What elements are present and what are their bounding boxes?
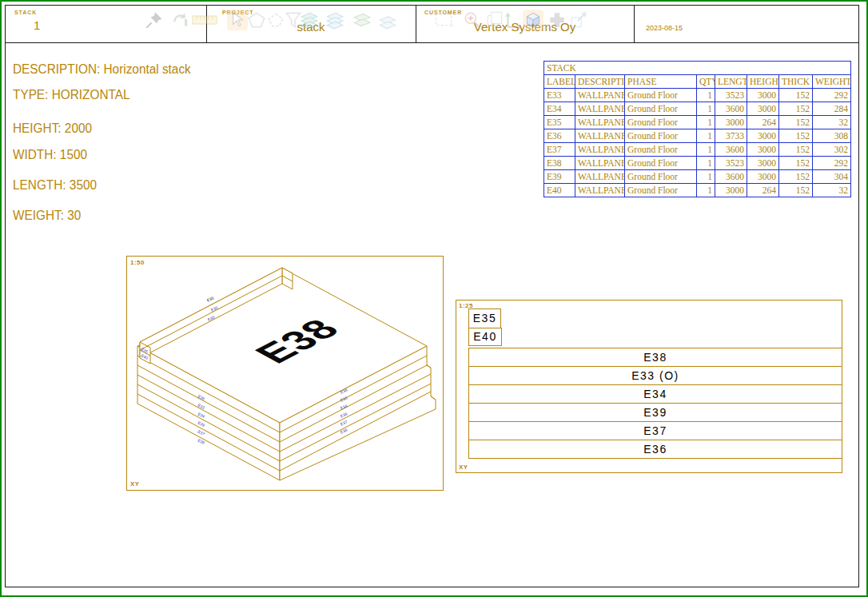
type-line: TYPE: HORIZONTAL — [13, 88, 130, 102]
copy-page-icon[interactable] — [484, 10, 505, 30]
panel-label: E34 — [469, 385, 842, 403]
col-descriptio: DESCRIPTIO — [575, 75, 625, 89]
panel-label: E40 — [469, 328, 501, 345]
layers-icon-3[interactable] — [352, 10, 372, 30]
svg-text:E35: E35 — [206, 295, 215, 303]
col-length: LENGTH — [715, 75, 747, 89]
resize-arrow-icon[interactable] — [569, 10, 590, 30]
col-height: HEIGHT — [747, 75, 779, 89]
panel-label: E33 (O) — [469, 367, 842, 384]
table-header-row: LABEL DESCRIPTIO PHASE QTY LENGTH HEIGHT… — [544, 75, 851, 89]
drawing-sheet-window: STACK 1 PROJECT stack CUSTOMER Vertex Sy… — [0, 0, 868, 597]
table-row: E37WALLPANELGround Floor136003000152302 — [544, 143, 851, 157]
layers-icon-4[interactable] — [377, 10, 398, 30]
length-line: LENGTH: 3500 — [13, 178, 97, 193]
panel-row[interactable]: E36 — [468, 440, 842, 459]
side-axis-label: XY — [459, 464, 468, 471]
col-qty: QTY — [697, 75, 715, 89]
iso-stack-drawing[interactable]: E38 E38 E33 E34 E39 E37 E36 E38 E33 E34 … — [127, 257, 443, 490]
description-line: DESCRIPTION: Horizontal stack — [13, 62, 191, 77]
table-title: STACK — [544, 62, 851, 75]
table-row: E39WALLPANELGround Floor136003000152304 — [544, 170, 851, 184]
box-3d-icon[interactable] — [523, 10, 543, 30]
zoom-in-icon[interactable] — [462, 10, 483, 30]
pushpin-icon[interactable] — [144, 10, 165, 30]
col-label: LABEL — [544, 75, 575, 89]
weight-line: WEIGHT: 30 — [13, 209, 81, 223]
panel-row[interactable]: E37 — [468, 421, 842, 440]
cursor-icon[interactable] — [227, 10, 248, 30]
panel-label: E39 — [469, 404, 842, 421]
panel-label: E36 — [469, 440, 842, 458]
col-thick: THICK — [779, 75, 813, 89]
col-weight: WEIGHT — [813, 75, 851, 89]
rotate-icon[interactable] — [169, 10, 190, 30]
width-line: WIDTH: 1500 — [13, 148, 87, 162]
panel-box-e35[interactable]: E35 — [468, 308, 501, 328]
col-phase: PHASE — [625, 75, 697, 89]
panel-row[interactable]: E34 — [468, 384, 842, 404]
panel-box-e40[interactable]: E40 — [468, 328, 502, 346]
panel-row[interactable]: E39 — [468, 403, 842, 422]
table-row: E33WALLPANELGround Floor135233000152292 — [544, 89, 851, 102]
layers-icon-1[interactable] — [299, 10, 320, 30]
side-view[interactable]: 1:25 XY E35 E40 E38 E33 (O) E34 E39 E37 … — [456, 300, 842, 473]
stack-caption: STACK — [14, 10, 37, 15]
axes-icon[interactable] — [504, 10, 524, 30]
layers-icon-2[interactable] — [325, 10, 345, 30]
panel-label: E35 — [469, 309, 500, 328]
stack-parts-table: STACK LABEL DESCRIPTIO PHASE QTY LENGTH … — [543, 61, 851, 197]
height-line: HEIGHT: 2000 — [13, 121, 92, 136]
pentagon-icon[interactable] — [246, 10, 267, 30]
panel-label: E38 — [469, 348, 842, 366]
table-row: E35WALLPANELGround Floor1300026415232 — [544, 116, 851, 129]
plus-icon[interactable] — [547, 10, 567, 30]
table-row: E34WALLPANELGround Floor136003000152284 — [544, 102, 851, 116]
table-row: E40WALLPANELGround Floor1300026415232 — [544, 184, 851, 197]
iso-scale-label: 1:50 — [130, 259, 145, 266]
iso-view[interactable]: 1:50 XY — [126, 256, 444, 491]
panel-label: E37 — [469, 422, 842, 440]
panel-row[interactable]: E38 — [468, 348, 842, 367]
title-divider — [634, 5, 635, 43]
table-title-row: STACK — [544, 62, 851, 75]
iso-axis-label: XY — [130, 480, 140, 488]
ruler-icon[interactable] — [192, 10, 217, 30]
panel-row[interactable]: E33 (O) — [468, 366, 842, 385]
date-label: 2023-08-15 — [646, 24, 683, 32]
selection-rect-icon[interactable] — [433, 10, 454, 30]
table-row: E38WALLPANELGround Floor135233000152292 — [544, 157, 851, 170]
stack-number: 1 — [34, 18, 40, 32]
table-row: E36WALLPANELGround Floor137333000152308 — [544, 129, 851, 143]
